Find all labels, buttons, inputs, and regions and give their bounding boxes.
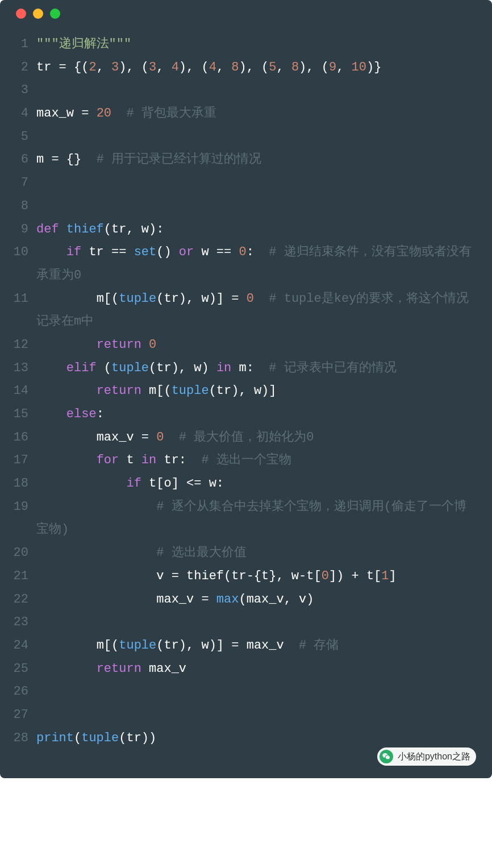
code-line: 28print(tuple(tr)) [6,727,477,750]
code-line: 9def thief(tr, w): [6,218,477,242]
watermark-text: 小杨的python之路 [398,751,470,763]
code-line: 14 return m[(tuple(tr), w)] [6,380,477,403]
line-content: if tr == set() or w == 0: # 递归结束条件，没有宝物或… [36,241,477,287]
close-icon[interactable] [16,9,26,19]
code-line: 16 max_v = 0 # 最大价值，初始化为0 [6,426,477,450]
line-number: 24 [6,634,36,658]
window-titlebar [0,0,492,27]
line-number: 21 [6,565,36,588]
code-line: 1"""递归解法""" [6,33,477,56]
line-number: 6 [6,148,36,172]
line-number: 15 [6,403,36,426]
line-content: print(tuple(tr)) [36,727,477,750]
line-number: 27 [6,704,36,727]
watermark: 小杨的python之路 [377,747,476,766]
line-number: 17 [6,449,36,472]
code-line: 19 # 逐个从集合中去掉某个宝物，递归调用(偷走了一个博宝物) [6,496,477,542]
code-line: 10 if tr == set() or w == 0: # 递归结束条件，没有… [6,241,477,287]
code-line: 13 elif (tuple(tr), w) in m: # 记录表中已有的情况 [6,357,477,380]
code-line: 26 [6,680,477,704]
line-number: 3 [6,79,36,102]
line-content: max_w = 20 # 背包最大承重 [36,102,477,126]
code-line: 7 [6,172,477,195]
line-number: 1 [6,33,36,56]
line-content: return max_v [36,658,477,681]
line-content: m = {} # 用于记录已经计算过的情况 [36,148,477,172]
line-number: 12 [6,334,36,357]
line-number: 4 [6,102,36,126]
line-number: 25 [6,658,36,681]
line-content: for t in tr: # 选出一个宝物 [36,449,477,472]
line-content: # 逐个从集合中去掉某个宝物，递归调用(偷走了一个博宝物) [36,496,477,542]
code-line: 12 return 0 [6,334,477,357]
code-line: 20 # 选出最大价值 [6,542,477,565]
line-number: 11 [6,288,36,311]
code-line: 22 max_v = max(max_v, v) [6,588,477,612]
line-number: 7 [6,172,36,195]
line-content: else: [36,403,477,426]
code-line: 18 if t[o] <= w: [6,472,477,496]
code-line: 4max_w = 20 # 背包最大承重 [6,102,477,126]
line-number: 5 [6,126,36,149]
line-number: 22 [6,588,36,612]
line-number: 13 [6,357,36,380]
code-line: 2tr = {(2, 3), (3, 4), (4, 8), (5, 8), (… [6,56,477,80]
line-content: max_v = max(max_v, v) [36,588,477,612]
code-line: 17 for t in tr: # 选出一个宝物 [6,449,477,472]
line-content: v = thief(tr-{t}, w-t[0]) + t[1] [36,565,477,588]
wechat-icon [380,750,393,763]
line-number: 20 [6,542,36,565]
code-line: 3 [6,79,477,102]
line-content: return m[(tuple(tr), w)] [36,380,477,403]
line-number: 19 [6,496,36,519]
line-number: 16 [6,426,36,450]
line-content: def thief(tr, w): [36,218,477,242]
code-line: 25 return max_v [6,658,477,681]
line-number: 28 [6,727,36,750]
line-number: 9 [6,218,36,242]
line-content: max_v = 0 # 最大价值，初始化为0 [36,426,477,450]
line-number: 23 [6,611,36,634]
maximize-icon[interactable] [50,9,60,19]
line-number: 18 [6,472,36,496]
code-line: 6m = {} # 用于记录已经计算过的情况 [6,148,477,172]
code-line: 8 [6,195,477,218]
code-line: 23 [6,611,477,634]
code-line: 21 v = thief(tr-{t}, w-t[0]) + t[1] [6,565,477,588]
line-content: m[(tuple(tr), w)] = 0 # tuple是key的要求，将这个… [36,288,477,334]
line-content: # 选出最大价值 [36,542,477,565]
minimize-icon[interactable] [33,9,43,19]
line-content: tr = {(2, 3), (3, 4), (4, 8), (5, 8), (9… [36,56,477,80]
code-line: 15 else: [6,403,477,426]
line-number: 14 [6,380,36,403]
line-number: 26 [6,680,36,704]
code-line: 24 m[(tuple(tr), w)] = max_v # 存储 [6,634,477,658]
line-number: 10 [6,241,36,264]
line-content: """递归解法""" [36,33,477,56]
line-content: m[(tuple(tr), w)] = max_v # 存储 [36,634,477,658]
code-editor[interactable]: 1"""递归解法"""2tr = {(2, 3), (3, 4), (4, 8)… [0,27,492,755]
line-number: 2 [6,56,36,80]
code-line: 5 [6,126,477,149]
code-window: 1"""递归解法"""2tr = {(2, 3), (3, 4), (4, 8)… [0,0,492,778]
line-content: elif (tuple(tr), w) in m: # 记录表中已有的情况 [36,357,477,380]
code-line: 11 m[(tuple(tr), w)] = 0 # tuple是key的要求，… [6,288,477,334]
line-content: if t[o] <= w: [36,472,477,496]
line-number: 8 [6,195,36,218]
code-line: 27 [6,704,477,727]
line-content: return 0 [36,334,477,357]
